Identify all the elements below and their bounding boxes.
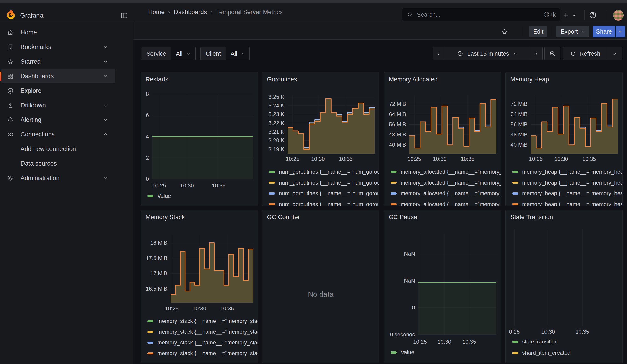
search-icon (407, 11, 413, 18)
help-button[interactable] (589, 10, 597, 20)
grid-icon (7, 73, 14, 80)
avatar[interactable] (613, 10, 624, 20)
zoom-out-button[interactable] (544, 47, 560, 60)
window-top-strip (0, 0, 627, 3)
svg-text:10:25: 10:25 (529, 156, 543, 162)
sidebar-item-label: Bookmarks (20, 44, 51, 51)
svg-text:48 MiB: 48 MiB (511, 131, 527, 138)
sidebar-item-data-sources[interactable]: Data sources (1, 156, 115, 171)
legend-item[interactable]: memory_heap {__name__="memory_heap"} (512, 201, 623, 207)
legend-item[interactable]: state transition (512, 338, 623, 345)
legend-item[interactable]: memory_stack {__name__="memory_stack"} (147, 350, 258, 357)
chevron-down-icon (618, 29, 623, 34)
search-box[interactable]: ⌘+k (402, 8, 560, 21)
legend-item[interactable]: memory_stack {__name__="memory_stack"} (147, 329, 258, 335)
sidebar-item-home[interactable]: Home (1, 25, 115, 40)
svg-text:3.24 K: 3.24 K (268, 103, 284, 108)
refresh-interval-button[interactable] (607, 47, 622, 60)
legend-swatch (147, 342, 154, 344)
legend-item[interactable]: num_goroutines {__name__="num_goroutines… (269, 168, 379, 175)
refresh-button[interactable]: Refresh (563, 47, 607, 60)
sidebar-item-explore[interactable]: Explore (1, 84, 115, 98)
svg-text:17.5 MiB: 17.5 MiB (146, 255, 167, 261)
legend-swatch (391, 193, 397, 195)
time-back-button[interactable] (433, 47, 444, 60)
filter-service-value[interactable]: All (171, 47, 195, 60)
share-dropdown-button[interactable] (616, 26, 625, 37)
svg-text:10:35: 10:35 (575, 329, 589, 335)
legend-item[interactable]: memory_allocated {__name__="memory_alloc… (391, 201, 501, 207)
sidebar-item-add-new-connection[interactable]: Add new connection (1, 142, 115, 156)
svg-text:3.22 K: 3.22 K (268, 120, 284, 126)
active-indicator (0, 72, 1, 81)
export-label: Export (561, 28, 578, 35)
legend-swatch (512, 193, 518, 195)
svg-text:10:30: 10:30 (555, 156, 568, 162)
legend-swatch (147, 352, 154, 354)
toolbar-divider (523, 26, 523, 37)
svg-text:3.21 K: 3.21 K (268, 129, 284, 135)
legend-item[interactable]: num_goroutines {__name__="num_goroutines… (269, 190, 379, 197)
add-button[interactable] (562, 10, 576, 20)
chevron-down-icon (103, 176, 108, 181)
legend-item[interactable]: shard_item_created (512, 350, 623, 356)
panel-title[interactable]: GC Counter (267, 214, 300, 221)
time-forward-button[interactable] (530, 47, 542, 60)
legend-item[interactable]: memory_stack {__name__="memory_stack"} (147, 318, 258, 324)
svg-text:10:25: 10:25 (152, 182, 166, 189)
legend-item[interactable]: memory_heap {__name__="memory_heap"} (512, 168, 623, 175)
legend-item[interactable]: num_goroutines {__name__="num_goroutines… (269, 201, 379, 207)
panel-memory-stack: Memory Stack16.5 MiB17 MiB17.5 MiB18 MiB… (141, 210, 258, 363)
legend-item[interactable]: memory_allocated {__name__="memory_alloc… (391, 179, 501, 186)
panel-memory-allocated: Memory Allocated40 MiB48 MiB56 MiB64 MiB… (384, 72, 501, 206)
legend-label: memory_heap {__name__="memory_heap"} (522, 179, 623, 186)
chevron-down-icon (513, 51, 517, 56)
legend-swatch (269, 171, 275, 173)
connections-icon (7, 131, 14, 138)
legend-item[interactable]: memory_heap {__name__="memory_heap"} (512, 190, 623, 197)
panel-state-transition: State Transition0:2510:3010:35state tran… (506, 210, 623, 363)
legend-item[interactable]: memory_allocated {__name__="memory_alloc… (391, 190, 501, 197)
sidebar-item-bookmarks[interactable]: Bookmarks (1, 40, 115, 54)
breadcrumb-dashboards[interactable]: Dashboards (174, 9, 207, 16)
sidebar-item-connections[interactable]: Connections (1, 127, 115, 141)
search-input[interactable] (416, 11, 544, 18)
legend-item[interactable]: num_goroutines {__name__="num_goroutines… (269, 179, 379, 186)
time-range-picker[interactable]: Last 15 minutes (444, 47, 530, 60)
filter-client-value[interactable]: All (226, 47, 250, 60)
export-button[interactable]: Export (556, 26, 589, 37)
legend-item[interactable]: memory_allocated {__name__="memory_alloc… (391, 168, 501, 175)
chevron-down-icon (580, 29, 585, 34)
sidebar-item-administration[interactable]: Administration (1, 171, 115, 185)
legend-swatch (269, 193, 275, 195)
legend-swatch (391, 352, 397, 354)
legend-label: num_goroutines {__name__="num_goroutines… (279, 190, 379, 197)
svg-text:10:30: 10:30 (433, 156, 447, 162)
breadcrumb-home[interactable]: Home (148, 9, 165, 16)
edit-button[interactable]: Edit (529, 26, 547, 37)
refresh-label: Refresh (579, 50, 600, 57)
legend-label: Value (401, 349, 414, 356)
svg-text:NaN: NaN (404, 251, 415, 257)
bookmark-icon (7, 44, 14, 51)
sidebar-item-drilldown[interactable]: Drilldown (1, 98, 115, 112)
sidebar-toggle-icon[interactable] (119, 11, 129, 20)
chevron-down-icon (103, 45, 108, 50)
svg-text:10:30: 10:30 (311, 156, 325, 162)
favorite-star-icon[interactable] (500, 27, 509, 36)
sidebar-item-alerting[interactable]: Alerting (1, 113, 115, 127)
share-button[interactable]: Share (593, 26, 615, 37)
legend-item[interactable]: memory_heap {__name__="memory_heap"} (512, 179, 623, 186)
legend-swatch (512, 341, 518, 343)
grafana-logo-icon (5, 9, 16, 20)
time-controls: Last 15 minutes (433, 47, 543, 60)
legend-item[interactable]: Value (391, 349, 501, 356)
sidebar-item-starred[interactable]: Starred (1, 54, 115, 69)
sidebar-item-label: Drilldown (20, 102, 46, 109)
legend-item[interactable]: Value (147, 193, 258, 199)
legend-item[interactable]: memory_stack {__name__="memory_stack"} (147, 339, 258, 346)
svg-text:17 MiB: 17 MiB (150, 270, 167, 276)
dashboard-toolbar (133, 21, 627, 40)
sidebar-item-label: Administration (20, 175, 59, 182)
sidebar-item-dashboards[interactable]: Dashboards (1, 69, 115, 83)
